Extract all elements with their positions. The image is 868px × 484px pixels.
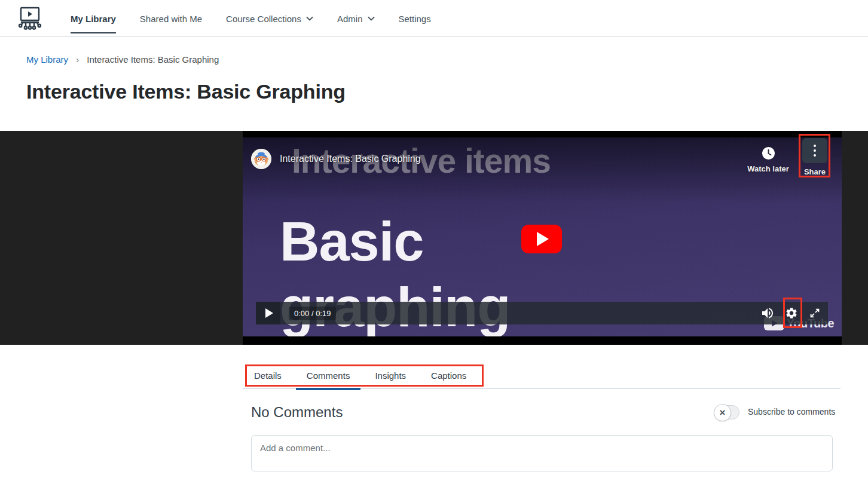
breadcrumb: My Library › Interactive Items: Basic Gr… [26, 54, 219, 65]
nav-shared-with-me-label: Shared with Me [140, 14, 202, 24]
nav-settings[interactable]: Settings [399, 14, 431, 24]
time-display: 0:00 / 0:19 [289, 307, 336, 320]
nav-course-collections[interactable]: Course Collections [226, 14, 313, 24]
tab-captions[interactable]: Captions [420, 364, 477, 389]
volume-icon[interactable] [760, 306, 775, 320]
cat-avatar-icon [251, 149, 271, 169]
no-comments-heading: No Comments [251, 404, 343, 421]
nav-my-library-label: My Library [71, 14, 116, 24]
app-logo-icon[interactable] [17, 5, 43, 32]
fullscreen-icon[interactable] [808, 307, 821, 320]
x-close-icon: × [720, 408, 726, 418]
player-video-title[interactable]: Interactive Items: Basic Graphing [280, 154, 421, 164]
settings-gear-icon[interactable] [785, 307, 798, 320]
clock-icon [762, 146, 775, 160]
tab-captions-label: Captions [431, 370, 466, 381]
tab-comments[interactable]: Comments [296, 364, 361, 389]
top-navigation: My Library Shared with Me Course Collect… [0, 0, 868, 37]
nav-admin[interactable]: Admin [337, 14, 375, 24]
video-thumbnail[interactable]: Interactive items Basic graphing [243, 137, 842, 336]
chevron-down-icon [306, 16, 313, 21]
watch-later-label: Watch later [740, 164, 796, 173]
tab-comments-label: Comments [307, 370, 350, 381]
nav-admin-label: Admin [337, 14, 363, 24]
share-button[interactable]: Share [798, 138, 832, 176]
nav-items: My Library Shared with Me Course Collect… [71, 0, 431, 37]
tab-insights[interactable]: Insights [364, 364, 417, 389]
subscribe-to-comments: × Subscribe to comments [714, 403, 835, 419]
thumbnail-text-basic: Basic [280, 210, 424, 273]
play-button[interactable] [256, 302, 280, 324]
channel-avatar[interactable] [251, 149, 271, 169]
nav-settings-label: Settings [399, 14, 431, 24]
play-triangle-icon [265, 308, 273, 318]
video-strip: Interactive items Basic graphing [0, 131, 868, 345]
breadcrumb-current: Interactive Items: Basic Graphing [87, 54, 219, 65]
nav-course-collections-label: Course Collections [226, 14, 301, 24]
tab-details[interactable]: Details [243, 364, 292, 389]
media-library-page: My Library Shared with Me Course Collect… [0, 0, 868, 484]
page-title: Interactive Items: Basic Graphing [26, 80, 346, 103]
kebab-menu-icon[interactable] [802, 138, 827, 163]
breadcrumb-separator: › [76, 54, 79, 65]
add-comment-input[interactable] [251, 435, 833, 471]
share-label: Share [798, 167, 832, 176]
media-tabs: Details Comments Insights Captions [243, 364, 841, 389]
toggle-knob[interactable]: × [714, 404, 731, 421]
play-triangle-icon [537, 232, 549, 246]
player-header: Interactive Items: Basic Graphing [251, 149, 421, 169]
subscribe-label: Subscribe to comments [748, 407, 835, 416]
subscribe-toggle[interactable]: × [714, 405, 739, 419]
watch-later-button[interactable]: Watch later [740, 146, 796, 173]
breadcrumb-my-library-link[interactable]: My Library [26, 54, 68, 65]
player-control-bar: 0:00 / 0:19 [256, 302, 828, 324]
youtube-play-button[interactable] [521, 225, 562, 253]
nav-my-library[interactable]: My Library [71, 14, 116, 24]
tab-insights-label: Insights [375, 370, 406, 381]
youtube-player: Interactive items Basic graphing [243, 131, 842, 345]
nav-shared-with-me[interactable]: Shared with Me [140, 14, 202, 24]
chevron-down-icon [368, 16, 375, 21]
tab-details-label: Details [254, 370, 282, 381]
